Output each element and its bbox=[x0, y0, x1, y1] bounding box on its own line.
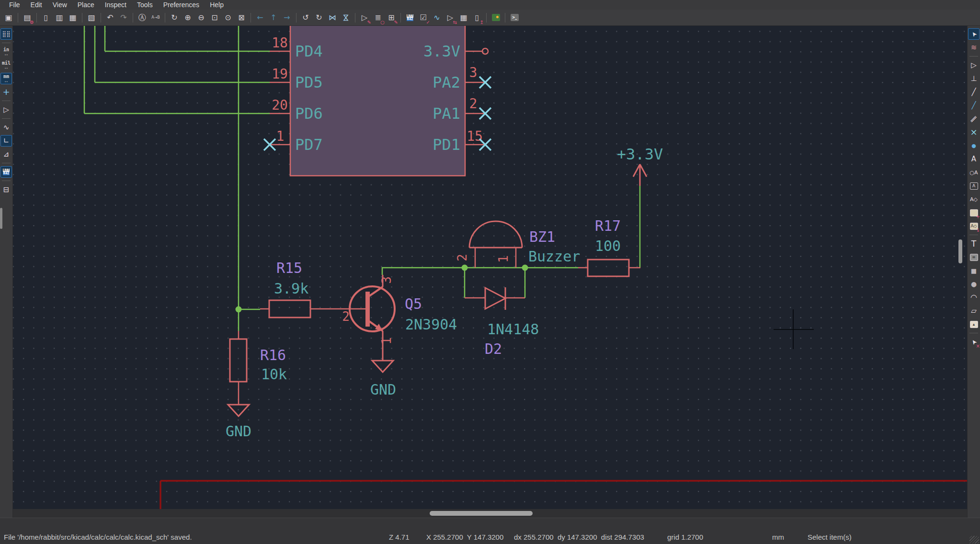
auto-annotate-button[interactable]: R??R42 bbox=[0, 166, 12, 178]
units-mm-button[interactable]: mm↔ bbox=[0, 73, 12, 84]
panel-grabber[interactable] bbox=[0, 208, 2, 229]
edit-symbols-button[interactable]: ⊞✎ bbox=[385, 11, 398, 24]
zoom-out-button[interactable]: ⊖ bbox=[195, 11, 207, 24]
netclass-directive-tool[interactable]: A◇ bbox=[968, 193, 980, 205]
undo-button[interactable]: ↶ bbox=[104, 11, 116, 24]
global-label-tool[interactable]: ○A bbox=[968, 167, 980, 178]
hierarchical-label-tool[interactable]: A bbox=[968, 180, 980, 192]
horizontal-scrollbar-thumb[interactable] bbox=[430, 511, 533, 516]
circle-tool[interactable]: ● bbox=[968, 278, 980, 290]
nav-back-button[interactable]: ← bbox=[254, 11, 266, 24]
junction-tool[interactable]: ● bbox=[968, 140, 980, 151]
plot-button[interactable]: ▦ bbox=[67, 11, 79, 24]
value-label[interactable]: 1N4148 bbox=[487, 321, 539, 338]
menu-place[interactable]: Place bbox=[72, 0, 100, 10]
menu-edit[interactable]: Edit bbox=[25, 0, 47, 10]
nav-forward-button[interactable]: → bbox=[281, 11, 293, 24]
delete-tool[interactable]: ➤× bbox=[968, 336, 980, 348]
symbol-fields-table-button[interactable]: ▦ bbox=[457, 11, 470, 24]
highlight-net-tool[interactable]: ≋ bbox=[968, 42, 980, 53]
crosshair-style-button[interactable]: + bbox=[0, 86, 12, 98]
grid-toggle-button[interactable]: ⣿⣿ bbox=[0, 28, 12, 40]
value-label[interactable]: 10k bbox=[261, 366, 287, 383]
hv-wires-button[interactable]: ∟ bbox=[0, 135, 12, 147]
paste-button[interactable]: ▧ bbox=[85, 11, 98, 24]
pcb-editor-button[interactable] bbox=[490, 11, 502, 24]
nav-up-button[interactable]: ↑ bbox=[267, 11, 280, 24]
wires-45-button[interactable]: ⊿ bbox=[0, 148, 12, 160]
free-angle-wires-button[interactable]: ∿ bbox=[0, 122, 12, 133]
menu-view[interactable]: View bbox=[47, 0, 72, 10]
menu-file[interactable]: File bbox=[4, 0, 25, 10]
find-replace-button[interactable]: A→B bbox=[149, 11, 162, 24]
zoom-fit-objects-button[interactable]: ⊙ bbox=[222, 11, 234, 24]
reference-label[interactable]: Q5 bbox=[405, 295, 422, 312]
mirror-vertical-button[interactable]: ⋈ bbox=[340, 11, 352, 24]
zoom-in-button[interactable]: ⊕ bbox=[182, 11, 194, 24]
value-label[interactable]: 100 bbox=[595, 238, 621, 254]
image-tool[interactable]: ▴ bbox=[968, 318, 980, 330]
value-label[interactable]: 2N3904 bbox=[405, 316, 457, 333]
menu-inspect[interactable]: Inspect bbox=[100, 0, 132, 10]
scripting-console-button[interactable]: >_ bbox=[508, 11, 521, 24]
zoom-fit-page-button[interactable]: ⊡ bbox=[208, 11, 221, 24]
menu-help[interactable]: Help bbox=[205, 0, 229, 10]
zoom-selection-button[interactable]: ⊠ bbox=[235, 11, 248, 24]
text-box-tool[interactable]: ≡ bbox=[968, 251, 980, 263]
redo-button[interactable]: ↷ bbox=[117, 11, 130, 24]
annotate-button[interactable]: R??R42 bbox=[404, 11, 416, 24]
place-symbol-tool[interactable]: ▷ bbox=[968, 59, 980, 71]
gnd-label[interactable]: GND bbox=[226, 423, 251, 440]
schematic-canvas[interactable]: 18 19 20 1 3 2 15 PD4 PD5 PD6 PD7 3.3V P… bbox=[13, 26, 967, 509]
refresh-button[interactable]: ↻ bbox=[168, 11, 181, 24]
find-replace-button-icon: A→B bbox=[151, 16, 160, 20]
simulator-button[interactable]: ∿ bbox=[431, 11, 443, 24]
schematic-setup-button[interactable]: ▤⚙ bbox=[21, 11, 34, 24]
export-bom-button[interactable]: ▯↥ bbox=[471, 11, 483, 24]
assign-footprints-button[interactable]: ▷⇆ bbox=[444, 11, 456, 24]
text-tool[interactable]: T bbox=[968, 238, 980, 249]
units-inches-button[interactable]: in↔ bbox=[0, 46, 12, 57]
ic-pin-number: 20 bbox=[272, 97, 288, 113]
vertical-scrollbar[interactable] bbox=[958, 239, 962, 263]
horizontal-scrollbar-track[interactable] bbox=[13, 509, 967, 518]
resize-grip[interactable] bbox=[969, 536, 979, 544]
schematic-symbol-ic[interactable]: 18 19 20 1 3 2 15 PD4 PD5 PD6 PD7 3.3V P… bbox=[270, 26, 488, 176]
draw-bus-tool[interactable]: ╱ bbox=[968, 100, 980, 111]
print-button[interactable]: ▥ bbox=[53, 11, 66, 24]
erc-button[interactable]: ☑✓ bbox=[417, 11, 430, 24]
reference-label[interactable]: R16 bbox=[260, 347, 286, 363]
reference-label[interactable]: BZ1 bbox=[529, 228, 555, 245]
value-label[interactable]: 3.9k bbox=[274, 280, 308, 297]
reference-label[interactable]: R15 bbox=[276, 260, 302, 276]
arc-tool[interactable]: ◠ bbox=[968, 292, 980, 303]
units-mils-button[interactable]: mil↔ bbox=[0, 59, 12, 71]
symbol-editor-button[interactable]: ▷✎ bbox=[358, 11, 371, 24]
draw-wire-tool[interactable]: ╱ bbox=[968, 86, 980, 98]
place-power-port-tool[interactable]: ⊥ bbox=[968, 73, 980, 84]
gnd-label[interactable]: GND bbox=[370, 381, 396, 398]
hierarchy-navigator-button[interactable]: ⊟ bbox=[0, 184, 12, 195]
page-settings-button[interactable]: ▯ bbox=[40, 11, 52, 24]
place-sheet-tool[interactable]: + bbox=[968, 207, 980, 218]
bus-entry-tool[interactable]: ∥ bbox=[968, 113, 980, 125]
reference-label[interactable]: R17 bbox=[595, 217, 621, 234]
net-label-tool[interactable]: A bbox=[968, 153, 980, 165]
select-tool[interactable]: ➤ bbox=[968, 28, 980, 40]
import-sheet-pin-tool[interactable]: A◇↓ bbox=[968, 220, 980, 232]
symbol-browser-button[interactable]: ≣○ bbox=[372, 11, 384, 24]
rotate-cw-button[interactable]: ↻ bbox=[313, 11, 325, 24]
find-button[interactable]: Ⓐ bbox=[136, 11, 148, 24]
value-label[interactable]: Buzzer bbox=[528, 248, 580, 265]
rectangle-tool[interactable]: ■ bbox=[968, 265, 980, 276]
save-button[interactable]: ▣ bbox=[2, 11, 15, 24]
menu-tools[interactable]: Tools bbox=[132, 0, 158, 10]
show-hidden-pins-button[interactable]: ▷ bbox=[0, 104, 12, 115]
mirror-horizontal-button[interactable]: ⋈ bbox=[326, 11, 339, 24]
power-label[interactable]: +3.3V bbox=[617, 145, 663, 163]
reference-label[interactable]: D2 bbox=[485, 340, 502, 357]
polygon-tool[interactable]: ▱ bbox=[968, 305, 980, 317]
rotate-ccw-button[interactable]: ↺ bbox=[299, 11, 312, 24]
no-connect-tool[interactable]: × bbox=[968, 126, 980, 138]
menu-preferences[interactable]: Preferences bbox=[158, 0, 205, 10]
